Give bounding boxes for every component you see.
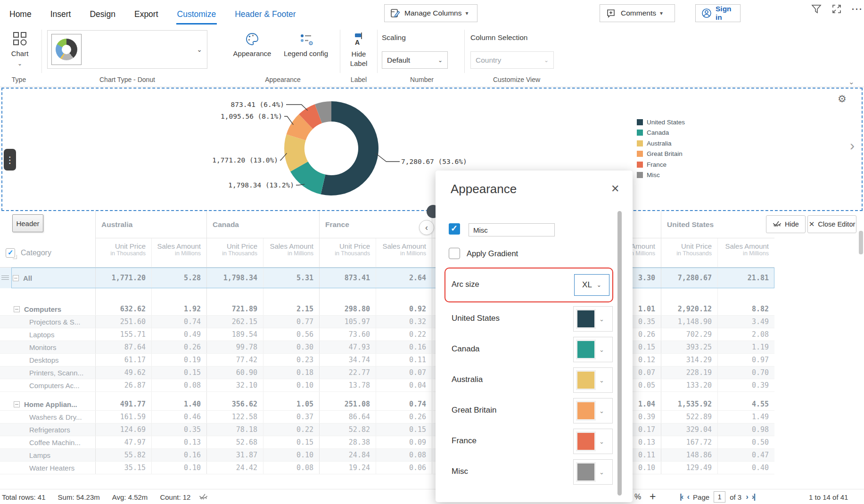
measure-header[interactable]: Sales Amountin Millions	[151, 238, 206, 268]
value-cell[interactable]: 0.22	[376, 328, 432, 341]
value-cell[interactable]: 228.19	[661, 366, 717, 379]
row-label-cell[interactable]: Water Heaters	[0, 462, 95, 474]
value-cell[interactable]: 1.40	[151, 398, 206, 410]
value-cell[interactable]: 0.08	[263, 462, 319, 474]
value-cell[interactable]: 28.38	[319, 436, 376, 448]
row-label-cell[interactable]: Laptops	[0, 328, 95, 341]
value-cell[interactable]: 32.10	[206, 379, 263, 391]
measure-header[interactable]: Sales Amountin Millions	[376, 238, 432, 268]
row-drag-icon[interactable]	[1, 274, 9, 281]
value-cell[interactable]: 0.39	[717, 379, 774, 391]
value-cell[interactable]: 47.97	[95, 436, 151, 448]
value-cell[interactable]: 0.47	[717, 449, 774, 461]
value-cell[interactable]: 0.74	[151, 316, 206, 328]
legend-item[interactable]: Canada	[637, 128, 685, 138]
chart-drag-handle[interactable]: ⋮	[4, 149, 16, 171]
value-cell[interactable]: 0.97	[717, 354, 774, 366]
collapse-icon[interactable]	[14, 401, 20, 407]
gear-icon[interactable]: ⚙	[838, 93, 847, 105]
color-swatch-dropdown[interactable]: ⌄	[573, 459, 613, 485]
row-label-cell[interactable]: Washers & Dry...	[0, 411, 95, 423]
last-page-icon[interactable]: ›|	[752, 492, 755, 502]
value-cell[interactable]: 8.82	[717, 303, 774, 315]
value-cell[interactable]: 1.49	[717, 411, 774, 423]
value-cell[interactable]: 0.08	[151, 379, 206, 391]
value-cell[interactable]: 1,798.34	[206, 268, 263, 288]
column-group-header[interactable]: Australia	[95, 211, 206, 238]
value-cell[interactable]: 0.18	[263, 366, 319, 379]
value-cell[interactable]: 1.92	[151, 303, 206, 315]
color-swatch-dropdown[interactable]: ⌄	[573, 306, 613, 332]
row-label-cell[interactable]: Refrigerators	[0, 423, 95, 436]
value-cell[interactable]: 99.78	[206, 341, 263, 353]
value-cell[interactable]: 262.15	[206, 316, 263, 328]
color-swatch-dropdown[interactable]: ⌄	[573, 367, 613, 393]
apply-gradient-checkbox[interactable]	[449, 248, 460, 259]
measure-header[interactable]: Unit Pricein Thousands	[661, 238, 717, 268]
hide-label-button[interactable]: A Hide Label	[345, 32, 372, 69]
value-cell[interactable]: 0.15	[376, 423, 432, 436]
row-label-cell[interactable]: Computers Ac...	[0, 379, 95, 391]
value-cell[interactable]: 721.89	[206, 303, 263, 315]
prev-page-icon[interactable]: ‹	[687, 492, 689, 502]
page-input[interactable]	[714, 491, 725, 503]
value-cell[interactable]: 2.64	[376, 268, 432, 288]
row-label-cell[interactable]: Projectors & S...	[0, 316, 95, 328]
dialog-close-icon[interactable]: ✕	[611, 183, 619, 195]
color-swatch-dropdown[interactable]: ⌄	[573, 337, 613, 362]
row-label-cell[interactable]: Lamps	[0, 449, 95, 461]
value-cell[interactable]: 0.10	[263, 449, 319, 461]
column-selection-select[interactable]: Country ⌄	[470, 51, 554, 69]
value-cell[interactable]: 0.40	[717, 462, 774, 474]
value-cell[interactable]: 87.64	[95, 341, 151, 353]
percent-toggle[interactable]: %	[634, 493, 641, 501]
chart-type-combo[interactable]: ⌄	[47, 30, 207, 69]
legend-item[interactable]: Australia	[637, 138, 685, 149]
value-cell[interactable]: 47.93	[319, 341, 376, 353]
value-cell[interactable]: 0.15	[151, 366, 206, 379]
header-chip[interactable]: Header	[12, 214, 43, 232]
category-checkbox-icon[interactable]	[6, 248, 15, 258]
first-page-icon[interactable]: |‹	[680, 492, 683, 502]
value-cell[interactable]: 251.08	[319, 398, 376, 410]
legend-item[interactable]: Misc	[637, 170, 685, 181]
value-cell[interactable]: 26.87	[95, 379, 151, 391]
tab-home[interactable]: Home	[8, 3, 33, 24]
value-cell[interactable]: 78.18	[206, 423, 263, 436]
collapse-icon[interactable]	[14, 306, 20, 312]
value-cell[interactable]: 22.77	[319, 366, 376, 379]
tab-design[interactable]: Design	[89, 3, 116, 24]
measure-header[interactable]: Sales Amountin Millions	[263, 238, 319, 268]
value-cell[interactable]: 251.60	[95, 316, 151, 328]
value-cell[interactable]: 0.19	[151, 354, 206, 366]
value-cell[interactable]: 0.74	[376, 398, 432, 410]
column-group-header[interactable]: United States	[661, 211, 774, 238]
row-label-cell[interactable]: All	[0, 268, 95, 288]
value-cell[interactable]: 314.29	[661, 354, 717, 366]
color-swatch-dropdown[interactable]: ⌄	[573, 398, 613, 423]
prev-chart-button[interactable]: ‹	[419, 220, 434, 235]
value-cell[interactable]: 0.26	[376, 411, 432, 423]
value-cell[interactable]: 0.04	[376, 379, 432, 391]
value-cell[interactable]: 61.17	[95, 354, 151, 366]
column-group-header[interactable]: Canada	[206, 211, 319, 238]
value-cell[interactable]: 55.82	[95, 449, 151, 461]
value-cell[interactable]: 0.10	[263, 379, 319, 391]
tab-insert[interactable]: Insert	[49, 3, 72, 24]
value-cell[interactable]: 1,148.90	[661, 316, 717, 328]
series-name-input[interactable]	[469, 223, 555, 236]
value-cell[interactable]: 0.09	[376, 436, 432, 448]
manage-columns-button[interactable]: Manage Columns ▾	[384, 4, 477, 22]
value-cell[interactable]: 52.82	[319, 423, 376, 436]
chart-type-button[interactable]: Chart ⌄	[6, 31, 34, 67]
measure-header[interactable]: Unit Pricein Thousands	[206, 238, 263, 268]
legend-item[interactable]: Great Britain	[637, 149, 685, 160]
value-cell[interactable]: 124.69	[95, 423, 151, 436]
arc-size-select[interactable]: XL ⌄	[574, 274, 609, 296]
value-cell[interactable]: 873.41	[319, 268, 376, 288]
value-cell[interactable]: 1,771.20	[95, 268, 151, 288]
value-cell[interactable]: 0.06	[376, 462, 432, 474]
value-cell[interactable]: 189.54	[206, 328, 263, 341]
value-cell[interactable]: 1.05	[263, 398, 319, 410]
value-cell[interactable]: 0.37	[263, 411, 319, 423]
